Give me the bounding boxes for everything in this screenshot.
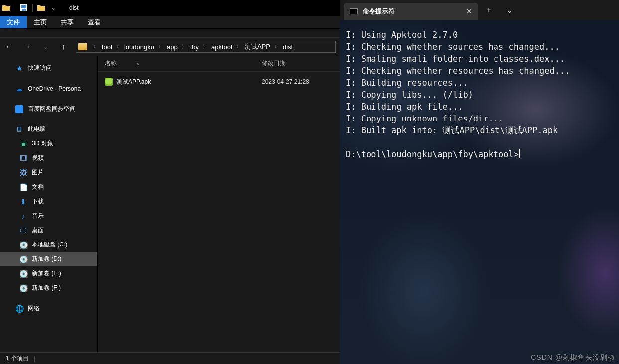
tab-dropdown-button[interactable]: ⌄	[499, 0, 520, 20]
sidebar-label: 图片	[32, 168, 44, 177]
terminal-output[interactable]: I: Using Apktool 2.7.0 I: Checking wheth…	[340, 20, 619, 169]
sidebar-onedrive[interactable]: ☁OneDrive - Persona	[0, 81, 97, 96]
sidebar-downloads[interactable]: ⬇下载	[0, 194, 97, 209]
sidebar-label: 桌面	[32, 226, 44, 235]
sidebar-baidu[interactable]: 百度网盘同步空间	[0, 102, 97, 116]
save-icon[interactable]	[19, 3, 28, 12]
breadcrumb-item[interactable]: 测试APP	[244, 42, 271, 51]
terminal-titlebar[interactable]: 命令提示符 ✕ ＋ ⌄	[340, 0, 619, 20]
sidebar-label: 新加卷 (F:)	[32, 284, 61, 292]
breadcrumb-item[interactable]: app	[166, 43, 179, 51]
separator	[15, 4, 15, 12]
ribbon-tab-home[interactable]: 主页	[27, 16, 54, 28]
drive-icon: 💽	[19, 284, 28, 293]
column-header-name[interactable]: 名称∧	[98, 59, 257, 68]
separator	[62, 4, 62, 12]
terminal-line: I: Copying libs... (/lib)	[346, 90, 473, 100]
up-button[interactable]: ↑	[58, 42, 69, 51]
chevron-right-icon[interactable]: 〉	[233, 44, 244, 50]
terminal-line: I: Checking whether sources has changed.…	[346, 42, 560, 52]
column-header-row: 名称∧ 修改日期	[98, 56, 340, 72]
sidebar-label: 视频	[32, 154, 44, 162]
drive-icon: 💽	[19, 269, 28, 278]
terminal-line: I: Copying unknown files/dir...	[346, 114, 503, 123]
overflow-icon[interactable]: ⌄	[49, 3, 58, 12]
pc-icon: 🖥	[15, 125, 24, 134]
nav-bar: ← → ⌄ ↑ 〉 tool 〉 loudongku 〉 app 〉 fby 〉…	[0, 38, 340, 56]
terminal-line: I: Smaling smali folder into classes.dex…	[346, 54, 565, 64]
folder-icon	[2, 3, 11, 12]
window-title: dist	[69, 4, 79, 11]
separator	[32, 4, 33, 12]
chevron-right-icon[interactable]: 〉	[155, 44, 166, 50]
ribbon-tab-view[interactable]: 查看	[81, 16, 108, 28]
sidebar-disk-c[interactable]: 💽本地磁盘 (C:)	[0, 238, 97, 252]
new-tab-button[interactable]: ＋	[478, 0, 499, 20]
sidebar-network[interactable]: 🌐网络	[0, 301, 97, 316]
navigation-pane: ★快速访问 ☁OneDrive - Persona 百度网盘同步空间 🖥此电脑 …	[0, 56, 98, 352]
explorer-body: ★快速访问 ☁OneDrive - Persona 百度网盘同步空间 🖥此电脑 …	[0, 56, 340, 352]
sidebar-label: 下载	[32, 197, 44, 206]
folder-icon	[78, 43, 87, 50]
sidebar-documents[interactable]: 📄文档	[0, 180, 97, 194]
ribbon-tab-file[interactable]: 文件	[0, 16, 27, 28]
terminal-line: I: Built apk into: 测试APP\dist\测试APP.apk	[346, 125, 558, 135]
sidebar-label: OneDrive - Persona	[28, 85, 81, 92]
terminal-tab[interactable]: 命令提示符 ✕	[344, 3, 478, 20]
column-header-date[interactable]: 修改日期	[257, 59, 340, 68]
close-tab-button[interactable]: ✕	[466, 7, 472, 15]
svg-rect-1	[21, 5, 26, 8]
cursor-icon	[519, 149, 520, 158]
chevron-right-icon[interactable]: 〉	[179, 44, 189, 50]
baidu-icon	[15, 105, 24, 114]
address-bar[interactable]: 〉 tool 〉 loudongku 〉 app 〉 fby 〉 apktool…	[76, 41, 336, 53]
chevron-right-icon[interactable]: 〉	[90, 44, 101, 50]
folder-icon-small[interactable]	[37, 3, 46, 12]
drive-icon: 💽	[19, 255, 28, 264]
file-name: 测试APP.apk	[117, 78, 151, 86]
download-icon: ⬇	[19, 197, 28, 206]
file-row[interactable]: 测试APP.apk 2023-04-27 21:28	[98, 76, 340, 88]
ribbon-tabs: 文件 主页 共享 查看	[0, 16, 340, 29]
sidebar-label: 3D 对象	[32, 139, 53, 148]
svg-rect-2	[22, 9, 26, 11]
terminal-line: I: Building resources...	[346, 78, 468, 88]
drive-icon: 💽	[19, 241, 28, 249]
file-list[interactable]: 测试APP.apk 2023-04-27 21:28	[98, 72, 340, 352]
sidebar-desktop[interactable]: 🖵桌面	[0, 223, 97, 238]
column-label: 名称	[105, 59, 117, 68]
sidebar-disk-f[interactable]: 💽新加卷 (F:)	[0, 281, 97, 295]
cloud-icon: ☁	[15, 84, 24, 93]
breadcrumb-item[interactable]: fby	[189, 43, 200, 51]
chevron-right-icon[interactable]: 〉	[113, 44, 124, 50]
sidebar-disk-d[interactable]: 💽新加卷 (D:)	[0, 252, 97, 266]
forward-button[interactable]: →	[22, 42, 33, 51]
chevron-right-icon[interactable]: 〉	[271, 44, 282, 50]
sidebar-music[interactable]: ♪音乐	[0, 209, 97, 223]
breadcrumb-item[interactable]: loudongku	[124, 43, 155, 51]
explorer-titlebar[interactable]: ⌄ dist	[0, 0, 340, 16]
sidebar-quick-access[interactable]: ★快速访问	[0, 61, 97, 75]
desktop-icon: 🖵	[19, 226, 28, 235]
recent-dropdown[interactable]: ⌄	[40, 44, 51, 50]
watermark: CSDN @剁椒鱼头没剁椒	[531, 353, 615, 362]
sidebar-label: 百度网盘同步空间	[28, 105, 76, 113]
terminal-line: I: Using Apktool 2.7.0	[346, 30, 458, 40]
chevron-right-icon[interactable]: 〉	[200, 44, 210, 50]
ribbon-tab-share[interactable]: 共享	[54, 16, 81, 28]
breadcrumb-item[interactable]: apktool	[210, 43, 233, 51]
sidebar-3d-objects[interactable]: ▣3D 对象	[0, 136, 97, 151]
sidebar-videos[interactable]: 🎞视频	[0, 151, 97, 165]
sidebar-label: 此电脑	[28, 125, 46, 133]
terminal-window: 命令提示符 ✕ ＋ ⌄ I: Using Apktool 2.7.0 I: Ch…	[340, 0, 619, 364]
apk-icon	[105, 78, 113, 86]
breadcrumb-item[interactable]: dist	[282, 43, 294, 51]
sidebar-label: 音乐	[32, 212, 44, 220]
sidebar-disk-e[interactable]: 💽新加卷 (E:)	[0, 266, 97, 281]
breadcrumb-item[interactable]: tool	[101, 43, 113, 51]
video-icon: 🎞	[19, 154, 28, 163]
sidebar-pictures[interactable]: 🖼图片	[0, 165, 97, 180]
sort-indicator-icon: ∧	[136, 61, 140, 66]
back-button[interactable]: ←	[4, 42, 15, 51]
sidebar-this-pc[interactable]: 🖥此电脑	[0, 122, 97, 136]
